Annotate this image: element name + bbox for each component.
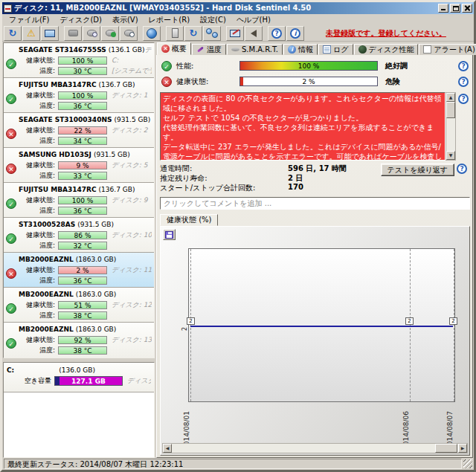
temperature-bar: 36 °C: [58, 207, 107, 215]
disk-list-item[interactable]: MB2000EAZNL(1863.0 GB) ✓ 健康状態:51 %ディスク: …: [4, 288, 154, 323]
last-update-status: 最終更新ステータス: 2014/08/07 木曜日 12:23:11: [4, 459, 462, 469]
volume-letter-label: C:: [112, 56, 152, 64]
health-label: 健康状態:: [176, 77, 239, 87]
disk-surface-button[interactable]: [120, 26, 138, 41]
disk-refresh-button[interactable]: ↻: [184, 26, 202, 41]
disk-name: MB2000EAZNL: [19, 326, 74, 333]
sound-button[interactable]: [245, 26, 263, 41]
info-button[interactable]: i: [286, 26, 304, 41]
scroll-up-icon[interactable]: ▲: [446, 93, 455, 102]
health-line-series: [190, 326, 453, 327]
scroll-right-icon[interactable]: ▶: [458, 444, 467, 453]
scan-tool-button[interactable]: [64, 26, 82, 41]
help-button[interactable]: ?: [268, 26, 286, 41]
warning-scrollbar[interactable]: ▲ ▼: [446, 92, 456, 161]
save-chart-button[interactable]: [163, 229, 176, 240]
network-button[interactable]: [203, 26, 221, 41]
minimize-button[interactable]: [438, 4, 448, 13]
app-icon: [4, 4, 12, 13]
tab-performance[interactable]: ディスク性能: [354, 44, 419, 55]
volume-list-item[interactable]: C:(136.0 GB) 空き容量 127.1 GB ディスク: 0: [4, 363, 154, 392]
information-icon: i: [288, 45, 296, 54]
temperature-icon: [196, 45, 205, 54]
temperature-bar: 32 °C: [58, 242, 107, 250]
disk-name: MB2000EAZNL: [19, 256, 74, 263]
disk-list-item-selected[interactable]: MB2000EAZNL(1863.0 GB) ✕ 健康状態:2 %ディスク: 1…: [4, 253, 154, 288]
menu-disk[interactable]: ディスク(D): [55, 14, 107, 26]
registration-notice-link[interactable]: 未登録版です。登録してください。: [326, 28, 446, 39]
disk-schedule-button[interactable]: [83, 26, 100, 41]
disk-test-button[interactable]: [101, 26, 119, 41]
retest-button[interactable]: テストを繰り返す: [381, 164, 454, 176]
app-window: ディスク: 11, MB2000EAZNL [WMAY03403552] - H…: [0, 0, 476, 472]
scroll-left-icon[interactable]: ◀: [163, 444, 172, 453]
content-area: SEAGATE ST3146755SS(136.1 GB)ディスク: 0 ✓ 健…: [2, 42, 474, 458]
disk-number-label: ディスク: 5: [112, 161, 152, 170]
disk-name: FUJITSU MBA3147RC: [19, 186, 97, 193]
tab-smart[interactable]: S.M.A.R.T.: [227, 44, 283, 55]
scroll-thumb[interactable]: [446, 102, 455, 118]
health-bar: 100 %: [58, 56, 107, 65]
close-button[interactable]: [462, 4, 472, 13]
maximize-button[interactable]: [450, 4, 460, 13]
disk-list-item[interactable]: MB2000EAZNL(1863.0 GB) ✓ 健康状態:92 %ディスク: …: [4, 323, 154, 358]
temperature-bar: 38 °C: [58, 311, 107, 320]
overview-tab-content: ✓ 性能: 100 % 絶好調 ? ✕ 健康状態: 2 % 危険 ? ディスクの…: [156, 55, 473, 458]
disk-list-item[interactable]: SEAGATE ST31000340NS(931.5 GB) ✕ 健康状態:22…: [4, 113, 154, 148]
report-button[interactable]: [226, 26, 244, 41]
comment-input[interactable]: クリックしてコメントを追加 ...: [160, 197, 470, 210]
health-status-icon: ✓: [6, 198, 16, 209]
disk-number-label: ディスク: 11: [112, 265, 152, 275]
disk-list-item[interactable]: SEAGATE ST3146755SS(136.1 GB)ディスク: 0 ✓ 健…: [4, 43, 154, 78]
gridline: [454, 249, 454, 401]
tab-log[interactable]: ログ: [318, 44, 353, 55]
disk-size: (136.7 GB): [99, 81, 135, 88]
menu-help[interactable]: ヘルプ(H): [231, 14, 276, 26]
drive-button[interactable]: [166, 26, 184, 41]
warning-textbox[interactable]: ディスクの表面に 80 の不良セクターがあります。これらセクターの情報は代替領域…: [160, 92, 446, 161]
disk-list: SEAGATE ST3146755SS(136.1 GB)ディスク: 0 ✓ 健…: [3, 42, 155, 358]
disk-list-item[interactable]: FUJITSU MBA3147RC(136.7 GB) ✓ 健康状態:100 %…: [4, 78, 154, 113]
health-label: 健康状態:: [19, 300, 55, 310]
scroll-down-icon[interactable]: ▼: [446, 151, 455, 160]
web-button[interactable]: [143, 26, 161, 41]
disk-list-item[interactable]: ST31000528AS(931.5 GB) ✓ 健康状態:86 %ディスク: …: [4, 218, 154, 253]
tab-overview[interactable]: ✕概要: [157, 42, 191, 55]
warning-line: データ転送中に 237 エラーが発生しました。これはデバイスに問題があるか信号/…: [163, 142, 443, 161]
menu-view[interactable]: 表示(V): [107, 14, 144, 26]
health-label: 健康状態:: [19, 265, 55, 275]
titlebar[interactable]: ディスク: 11, MB2000EAZNL [WMAY03403552] - H…: [2, 2, 474, 14]
resize-grip[interactable]: [463, 459, 472, 468]
disk-name: ST31000528AS: [19, 221, 75, 228]
health-help-icon[interactable]: ?: [458, 77, 469, 87]
refresh-button[interactable]: ↻: [4, 26, 22, 41]
warning-help-icon[interactable]: ?: [458, 94, 469, 104]
save-icon: [165, 231, 173, 239]
menu-file[interactable]: ファイル(F): [4, 14, 55, 26]
tab-temperature[interactable]: 温度: [192, 44, 226, 55]
disk-search-icon: [124, 30, 134, 36]
problem-report-button[interactable]: ⚠: [22, 26, 40, 41]
health-label: 健康状態:: [19, 230, 55, 240]
health-label: 健康状態:: [19, 126, 55, 135]
power-on-time-label: 通電時間:: [160, 164, 288, 173]
scroll-thumb[interactable]: [435, 444, 457, 453]
main-panel: ✕概要 温度 S.M.A.R.T. i情報 ログ ディスク性能 アラート(A) …: [156, 42, 473, 458]
chart-h-scrollbar[interactable]: ◀ ▶: [162, 443, 468, 453]
menu-config[interactable]: 設定(C): [195, 14, 231, 26]
disk-list-item[interactable]: SAMSUNG HD103SJ(931.5 GB) ✕ 健康状態:9 %ディスク…: [4, 148, 154, 183]
disk-list-item[interactable]: FUJITSU MBA3147RC(136.7 GB) ✓ 健康状態:100 %…: [4, 183, 154, 218]
menu-report[interactable]: レポート(R): [144, 14, 195, 26]
tab-information[interactable]: i情報: [283, 44, 318, 55]
chart-tab-bar: 健康状態 (%): [160, 214, 470, 226]
tab-alert[interactable]: アラート(A): [419, 44, 476, 55]
temperature-label: 温度:: [19, 206, 55, 216]
system-monitor-button[interactable]: [41, 26, 59, 41]
health-label: 健康状態:: [19, 335, 55, 345]
retest-help-icon[interactable]: ?: [457, 164, 467, 174]
health-bar: 2 %: [239, 77, 378, 86]
tab-health-chart[interactable]: 健康状態 (%): [160, 214, 218, 226]
performance-help-icon[interactable]: ?: [458, 61, 469, 71]
status-bar: 最終更新ステータス: 2014/08/07 木曜日 12:23:11: [2, 458, 474, 470]
disk-number-label: ディスク: 12: [112, 300, 152, 310]
